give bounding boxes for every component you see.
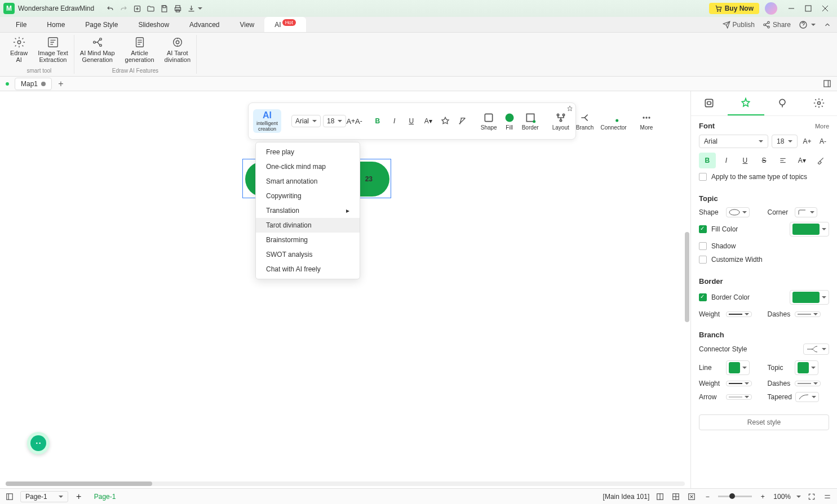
menu-ai[interactable]: AIHot: [264, 17, 305, 32]
ai-creation-button[interactable]: AI intelligent creation: [253, 109, 281, 133]
share-button[interactable]: Share: [763, 21, 791, 29]
sp-bold[interactable]: B: [699, 153, 716, 168]
sp-font-increase[interactable]: A+: [801, 135, 813, 148]
sp-connector-style[interactable]: [803, 344, 829, 355]
ai-menu-copywriting[interactable]: Copywriting: [256, 189, 360, 203]
sp-border-weight[interactable]: [726, 311, 752, 317]
publish-button[interactable]: Publish: [723, 21, 755, 29]
sp-align[interactable]: [774, 153, 791, 168]
pin-icon[interactable]: [566, 105, 573, 114]
sp-font-more[interactable]: More: [815, 123, 829, 130]
vertical-scrollbar[interactable]: [685, 232, 689, 322]
export-icon[interactable]: [185, 2, 197, 15]
font-size-select[interactable]: 18: [323, 115, 346, 127]
sp-font-decrease[interactable]: A-: [817, 135, 829, 148]
clear-format-button[interactable]: [456, 115, 468, 127]
redo-icon[interactable]: [117, 2, 130, 15]
sb-page-tab[interactable]: Page-1: [90, 492, 121, 502]
ribbon-ai-mindmap[interactable]: AI Mind Map Generation: [78, 35, 117, 64]
border-color-checkbox[interactable]: [699, 293, 707, 301]
menu-view[interactable]: View: [229, 17, 264, 32]
minimize-button[interactable]: [783, 2, 800, 15]
ai-fab-button[interactable]: [27, 432, 50, 454]
reset-style-button[interactable]: Reset style: [699, 414, 829, 430]
sp-border-dashes[interactable]: [795, 311, 821, 317]
sp-tab-style[interactable]: [728, 91, 764, 115]
sp-size-select[interactable]: 18: [772, 135, 798, 148]
doc-tab-map1[interactable]: Map1: [15, 78, 52, 90]
sb-zoom-value[interactable]: 100%: [773, 493, 791, 501]
zoom-caret[interactable]: [796, 496, 801, 498]
ai-menu-chat[interactable]: Chat with AI freely: [256, 262, 360, 276]
sp-tapered-select[interactable]: [795, 392, 819, 402]
bold-button[interactable]: B: [371, 115, 384, 127]
help-button[interactable]: [799, 20, 816, 29]
ribbon-article-gen[interactable]: Article generation: [123, 35, 157, 64]
highlight-button[interactable]: [439, 115, 451, 127]
sp-branch-dashes[interactable]: [795, 381, 821, 386]
fill-color-checkbox[interactable]: [699, 225, 707, 233]
sp-highlight[interactable]: [812, 153, 829, 168]
sb-zoom-out[interactable]: −: [702, 492, 712, 502]
ai-menu-oneclick[interactable]: One-click mind map: [256, 159, 360, 174]
border-button[interactable]: Border: [519, 112, 542, 131]
connector-button[interactable]: Connector: [597, 112, 630, 131]
more-button[interactable]: More: [637, 112, 657, 131]
sb-fit-icon[interactable]: [687, 492, 697, 502]
sb-view1-icon[interactable]: [655, 492, 665, 502]
canvas[interactable]: 23 AI intelligent creation Arial 18 A+ A…: [0, 91, 690, 488]
shadow-checkbox[interactable]: [699, 242, 707, 250]
font-select[interactable]: Arial: [291, 115, 321, 127]
print-icon[interactable]: [171, 2, 184, 15]
font-increase-icon[interactable]: A+: [346, 115, 355, 127]
maximize-button[interactable]: [800, 2, 817, 15]
open-file-icon[interactable]: [144, 2, 157, 15]
sp-arrow-select[interactable]: [726, 394, 752, 400]
expand-panel-icon[interactable]: [821, 78, 833, 90]
sp-branch-weight[interactable]: [726, 381, 752, 386]
sp-font-color[interactable]: A▾: [794, 153, 811, 168]
checkbox-icon[interactable]: [699, 173, 707, 181]
sb-fullscreen-icon[interactable]: [807, 492, 817, 502]
sp-strike[interactable]: S: [756, 153, 773, 168]
ai-menu-swot[interactable]: SWOT analysis: [256, 247, 360, 262]
sb-page-select[interactable]: Page-1: [20, 491, 68, 502]
sp-tab-mark[interactable]: [764, 91, 801, 115]
sp-tab-settings[interactable]: [800, 91, 837, 115]
sp-border-color[interactable]: [790, 290, 829, 305]
sp-italic[interactable]: I: [718, 153, 735, 168]
underline-button[interactable]: U: [405, 115, 418, 127]
sp-topic-color[interactable]: [795, 360, 818, 375]
sp-shape-select[interactable]: [726, 207, 750, 217]
sb-add-page[interactable]: +: [74, 492, 84, 502]
branch-button[interactable]: Branch: [573, 112, 597, 131]
sp-tab-outline[interactable]: [691, 91, 728, 115]
user-avatar[interactable]: [765, 2, 777, 15]
collapse-ribbon-button[interactable]: [823, 21, 831, 29]
sb-panel-icon[interactable]: [5, 492, 15, 502]
zoom-knob[interactable]: [729, 493, 735, 499]
ai-menu-translation[interactable]: Translation▸: [256, 203, 360, 218]
save-icon[interactable]: [158, 2, 170, 15]
export-caret-icon[interactable]: [198, 7, 202, 10]
ribbon-edraw-ai[interactable]: Edraw AI: [8, 35, 30, 64]
menu-home[interactable]: Home: [37, 17, 75, 32]
sp-font-select[interactable]: Arial: [699, 135, 768, 148]
sp-fill-color[interactable]: [790, 222, 829, 237]
sp-line-color[interactable]: [726, 360, 750, 375]
menu-advanced[interactable]: Advanced: [179, 17, 229, 32]
font-color-button[interactable]: A▾: [422, 115, 435, 127]
fill-button[interactable]: Fill: [501, 112, 519, 131]
new-file-icon[interactable]: [131, 2, 143, 15]
ribbon-image-text[interactable]: Image Text Extraction: [36, 35, 70, 64]
undo-icon[interactable]: [104, 2, 116, 15]
ai-menu-annotation[interactable]: Smart annotation: [256, 174, 360, 189]
italic-button[interactable]: I: [388, 115, 401, 127]
sb-view2-icon[interactable]: [671, 492, 681, 502]
menu-slideshow[interactable]: Slideshow: [128, 17, 179, 32]
sp-corner-select[interactable]: [795, 207, 817, 217]
sp-underline[interactable]: U: [737, 153, 754, 168]
buy-now-button[interactable]: Buy Now: [709, 3, 759, 14]
add-tab-button[interactable]: +: [55, 78, 67, 90]
sb-zoom-in[interactable]: +: [758, 492, 768, 502]
